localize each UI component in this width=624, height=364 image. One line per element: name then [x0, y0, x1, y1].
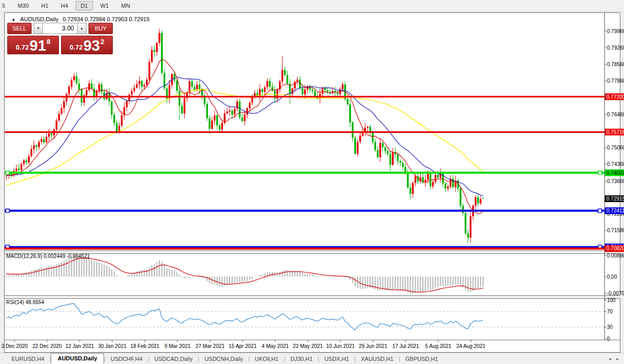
svg-text:0.74360: 0.74360 — [607, 161, 624, 167]
svg-text:0.77200: 0.77200 — [606, 94, 624, 100]
hline-price-label: 0.70820 — [605, 245, 624, 252]
chart-ohlc-values: 0.72934 0.72984 0.72903 0.72915 — [63, 16, 150, 22]
svg-text:0.008904: 0.008904 — [607, 253, 624, 259]
svg-text:30: 30 — [607, 324, 613, 330]
svg-text:0.72915: 0.72915 — [606, 196, 624, 202]
svg-text:24 Aug 2021: 24 Aug 2021 — [456, 343, 486, 349]
buy-button[interactable]: BUY — [88, 23, 113, 34]
svg-text:27 Mar 2021: 27 Mar 2021 — [196, 343, 225, 349]
svg-text:0.78560: 0.78560 — [607, 62, 624, 67]
svg-text:5 Aug 2021: 5 Aug 2021 — [425, 343, 452, 349]
svg-text:12 Jan 2021: 12 Jan 2021 — [65, 343, 94, 349]
chart-tab-usdchf-h4[interactable]: USDCHF,H4 — [106, 354, 148, 364]
moving-average-21 — [6, 77, 483, 195]
volume-control: ▼ 3.00 ▲ — [34, 23, 86, 34]
svg-text:0.75716: 0.75716 — [606, 129, 624, 135]
svg-text:-0.00701: -0.00701 — [607, 291, 624, 296]
svg-text:0.73660: 0.73660 — [607, 178, 624, 184]
hline-price-label: 0.77200 — [605, 94, 624, 100]
svg-text:15 Apr 2021: 15 Apr 2021 — [229, 343, 257, 349]
svg-text:22 May 2021: 22 May 2021 — [293, 343, 323, 349]
sell-price-prefix: 0.72 — [16, 43, 29, 51]
one-click-collapse-arrow[interactable]: ▲ — [11, 17, 16, 22]
svg-text:0.72411: 0.72411 — [606, 208, 624, 214]
svg-text:0.70820: 0.70820 — [606, 246, 624, 251]
buy-price-prefix: 0.72 — [70, 43, 83, 51]
hline-price-label: 0.74007 — [605, 170, 624, 176]
svg-text:4 May 2021: 4 May 2021 — [262, 343, 289, 349]
one-click-trading-panel: SELL ▼ 3.00 ▲ BUY 0.72 91 8 0.72 93 2 — [7, 23, 113, 54]
sell-price-pip: 8 — [47, 38, 50, 46]
hline-price-label: 0.75716 — [605, 129, 624, 135]
rsi-indicator-label: RSI(14) 48.6554 — [6, 299, 44, 305]
tab-scroll-left-icon[interactable]: ◂ — [606, 356, 613, 361]
svg-text:0.79960: 0.79960 — [607, 28, 624, 34]
buy-price-panel[interactable]: 0.72 93 2 — [61, 36, 113, 54]
buy-price-main: 93 — [83, 38, 100, 53]
sell-button[interactable]: SELL — [7, 23, 32, 34]
chart-symbol-period: AUDUSD,Daily — [20, 16, 58, 22]
chart-tab-usdcad-daily[interactable]: USDCAD,Daily — [149, 354, 198, 364]
volume-decrease-button[interactable]: ▼ — [34, 23, 43, 34]
volume-input[interactable]: 3.00 — [43, 23, 77, 34]
svg-text:0.00: 0.00 — [607, 274, 617, 280]
svg-text:0.71580: 0.71580 — [607, 228, 624, 233]
macd-histogram — [6, 255, 483, 294]
mt4-workspace: 5M30H1H4D1W1MN 0.799600.792600.785600.77… — [0, 0, 624, 364]
svg-text:22 Dec 2020: 22 Dec 2020 — [33, 343, 62, 349]
svg-text:0.77860: 0.77860 — [607, 78, 624, 84]
horizontal-lines-layer[interactable] — [5, 97, 604, 249]
svg-text:0.74007: 0.74007 — [606, 170, 624, 176]
buy-price-pip: 2 — [100, 38, 104, 46]
current-price-label: 0.72915 — [605, 195, 624, 202]
svg-text:0.75060: 0.75060 — [607, 145, 624, 150]
svg-text:9 Mar 2021: 9 Mar 2021 — [165, 343, 191, 349]
svg-text:30 Jan 2021: 30 Jan 2021 — [98, 343, 126, 349]
chart-tab-usdx-h1[interactable]: USDX,H1 — [319, 354, 354, 364]
sell-price-panel[interactable]: 0.72 91 8 — [7, 36, 59, 54]
sell-price-main: 91 — [29, 38, 46, 53]
one-click-row-top: SELL ▼ 3.00 ▲ BUY — [7, 23, 113, 34]
svg-text:0.79260: 0.79260 — [607, 45, 624, 51]
svg-text:17 Jul 2021: 17 Jul 2021 — [392, 343, 419, 349]
chart-tab-xauusd-h1[interactable]: XAUUSD,H1 — [355, 354, 398, 364]
moving-average-8 — [6, 59, 483, 214]
chart-tab-bar: EURUSD,H4|AUDUSD,Daily|USDCHF,H4|USDCAD,… — [0, 353, 624, 364]
hline-price-label: 0.72411 — [605, 207, 624, 214]
volume-increase-button[interactable]: ▲ — [77, 23, 86, 34]
one-click-row-prices: 0.72 91 8 0.72 93 2 — [7, 36, 113, 54]
chart-tab-ukoil-h1[interactable]: UKOil,H1 — [250, 354, 284, 364]
svg-text:18 Feb 2021: 18 Feb 2021 — [130, 343, 160, 349]
svg-text:0.76460: 0.76460 — [607, 112, 624, 117]
svg-text:100: 100 — [607, 297, 616, 303]
svg-text:70: 70 — [607, 309, 613, 314]
svg-text:3 Dec 2020: 3 Dec 2020 — [1, 343, 28, 349]
tab-scroll-right-icon[interactable]: ▸ — [614, 356, 621, 361]
chart-tab-dj30-h1[interactable]: DJ30,H1 — [285, 354, 318, 364]
chart-tab-audusd-daily[interactable]: AUDUSD,Daily — [51, 353, 103, 364]
chart-tab-usdcnh-daily[interactable]: USDCNH,Daily — [199, 354, 248, 364]
svg-text:0: 0 — [607, 336, 610, 342]
chart-tab-eurusd-h4[interactable]: EURUSD,H4 — [6, 354, 50, 364]
chart-title: ▲ AUDUSD,Daily 0.72934 0.72984 0.72903 0… — [11, 16, 150, 22]
svg-text:10 Jun 2021: 10 Jun 2021 — [326, 343, 354, 349]
date-axis: 3 Dec 202022 Dec 202012 Jan 202130 Jan 2… — [1, 340, 485, 350]
svg-text:29 Jun 2021: 29 Jun 2021 — [359, 343, 387, 349]
macd-indicator-label: MACD(12,26,9) 0.002449 -0.004521 — [6, 253, 90, 259]
tab-scroll-arrows: ◂ ▸ — [606, 356, 621, 361]
chart-tab-gbpusd-h1[interactable]: GBPUSD,H1 — [400, 354, 443, 364]
rsi-line — [6, 304, 483, 330]
macd-signal-line — [6, 258, 483, 292]
